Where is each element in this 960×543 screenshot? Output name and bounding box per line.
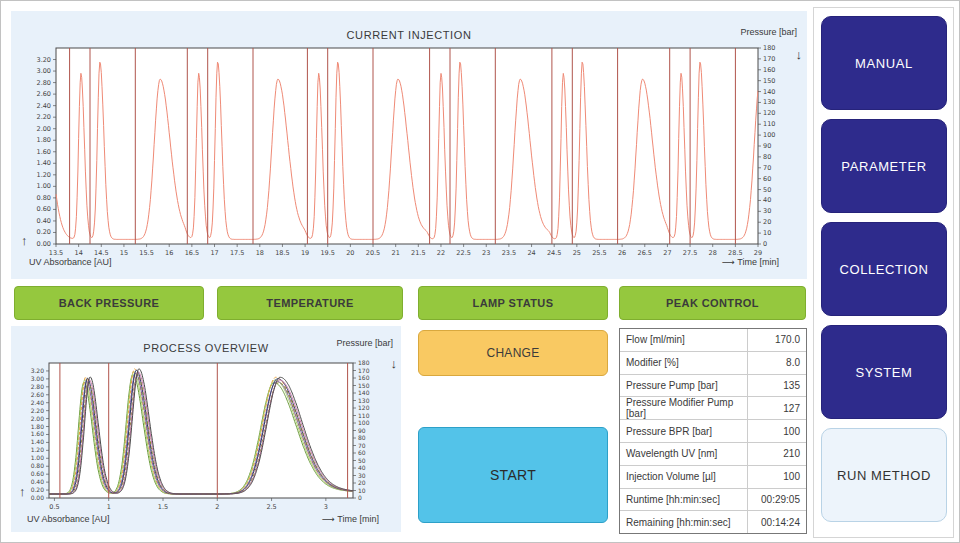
- param-label: Modifier [%]: [620, 352, 747, 374]
- svg-text:80: 80: [358, 434, 366, 441]
- svg-text:26: 26: [618, 249, 626, 257]
- parameters-table: Flow [ml/min] 170.0 Modifier [%] 8.0 Pre…: [619, 328, 807, 534]
- svg-text:26.5: 26.5: [638, 249, 652, 257]
- svg-text:0.40: 0.40: [37, 217, 51, 225]
- svg-text:120: 120: [358, 404, 370, 411]
- svg-text:19: 19: [301, 249, 309, 257]
- peak-control-button[interactable]: PEAK CONTROL: [619, 286, 806, 320]
- svg-text:3.20: 3.20: [31, 367, 45, 374]
- svg-text:14.5: 14.5: [94, 249, 108, 257]
- svg-text:60: 60: [358, 449, 366, 456]
- svg-text:1.20: 1.20: [31, 446, 45, 453]
- current-injection-chart: 13.51414.51515.51616.51717.51818.51919.5…: [11, 11, 807, 279]
- svg-text:1.40: 1.40: [31, 438, 45, 445]
- table-row: Pressure Modifier Pump [bar] 127: [620, 397, 806, 420]
- param-value: 135: [747, 375, 806, 397]
- svg-text:28: 28: [709, 249, 717, 257]
- start-button[interactable]: START: [418, 427, 608, 523]
- svg-text:22: 22: [437, 249, 445, 257]
- svg-text:3.00: 3.00: [37, 67, 51, 75]
- svg-text:1.80: 1.80: [31, 423, 45, 430]
- right-arrow-icon: ⟶: [722, 257, 735, 267]
- time-axis-label: ⟶ Time [min]: [322, 514, 379, 524]
- svg-text:1.80: 1.80: [37, 136, 51, 144]
- param-label: Pressure BPR [bar]: [620, 420, 747, 442]
- param-value: 127: [747, 397, 806, 419]
- svg-text:100: 100: [358, 419, 370, 426]
- svg-text:20: 20: [763, 218, 771, 226]
- table-row: Modifier [%] 8.0: [620, 352, 806, 375]
- sidebar-item-collection[interactable]: COLLECTION: [821, 222, 947, 316]
- pressure-axis-label: Pressure [bar]: [336, 338, 393, 348]
- sidebar-item-manual[interactable]: MANUAL: [821, 16, 947, 110]
- svg-text:1: 1: [107, 503, 111, 511]
- svg-text:100: 100: [763, 131, 775, 139]
- param-label: Pressure Pump [bar]: [620, 375, 747, 397]
- svg-text:0.60: 0.60: [37, 205, 51, 213]
- svg-text:30: 30: [358, 472, 366, 479]
- svg-text:140: 140: [358, 389, 370, 396]
- table-row: Wavelength UV [nm] 210: [620, 443, 806, 466]
- svg-text:25: 25: [573, 249, 581, 257]
- back-pressure-button[interactable]: BACK PRESSURE: [14, 286, 204, 320]
- svg-text:0.00: 0.00: [31, 494, 45, 501]
- param-value: 170.0: [747, 329, 806, 351]
- table-row: Pressure BPR [bar] 100: [620, 420, 806, 443]
- svg-text:80: 80: [763, 153, 771, 161]
- svg-text:2.20: 2.20: [37, 113, 51, 121]
- current-injection-panel: 13.51414.51515.51616.51717.51818.51919.5…: [11, 11, 807, 279]
- svg-text:30: 30: [763, 207, 771, 215]
- param-value: 00:14:24: [747, 511, 806, 533]
- svg-text:23.5: 23.5: [502, 249, 516, 257]
- svg-text:110: 110: [763, 120, 775, 128]
- svg-text:15: 15: [120, 249, 128, 257]
- svg-text:2.60: 2.60: [37, 90, 51, 98]
- uv-up-arrow-icon: ↑: [19, 484, 26, 499]
- param-value: 00:29:05: [747, 489, 806, 511]
- table-row: Injection Volume [µl] 100: [620, 466, 806, 489]
- uv-axis-label: UV Absorbance [AU]: [29, 257, 112, 267]
- svg-text:180: 180: [763, 44, 775, 52]
- svg-text:24: 24: [527, 249, 535, 257]
- svg-text:2.20: 2.20: [31, 407, 45, 414]
- svg-text:20.5: 20.5: [366, 249, 380, 257]
- svg-text:3: 3: [324, 503, 328, 511]
- svg-text:2.40: 2.40: [31, 399, 45, 406]
- svg-text:29: 29: [754, 249, 762, 257]
- svg-text:0.80: 0.80: [31, 462, 45, 469]
- svg-text:180: 180: [358, 359, 370, 366]
- svg-text:40: 40: [763, 196, 771, 204]
- param-label: Remaining [hh:min:sec]: [620, 511, 747, 533]
- param-label: Injection Volume [µl]: [620, 466, 747, 488]
- temperature-button[interactable]: TEMPERATURE: [217, 286, 403, 320]
- process-overview-chart: 0.511.522.530.000.200.400.600.801.001.20…: [11, 326, 401, 532]
- param-value: 210: [747, 443, 806, 465]
- svg-text:1.20: 1.20: [37, 171, 51, 179]
- svg-text:28.5: 28.5: [728, 249, 742, 257]
- svg-text:10: 10: [358, 487, 366, 494]
- svg-text:15.5: 15.5: [139, 249, 153, 257]
- svg-text:20: 20: [346, 249, 354, 257]
- sidebar-item-system[interactable]: SYSTEM: [821, 325, 947, 419]
- svg-text:16.5: 16.5: [185, 249, 199, 257]
- svg-text:50: 50: [763, 186, 771, 194]
- svg-text:90: 90: [358, 427, 366, 434]
- sidebar-item-parameter[interactable]: PARAMETER: [821, 119, 947, 213]
- svg-text:1.00: 1.00: [37, 182, 51, 190]
- svg-text:0: 0: [763, 240, 767, 248]
- svg-text:60: 60: [763, 175, 771, 183]
- svg-text:40: 40: [358, 464, 366, 471]
- run-method-button[interactable]: RUN METHOD: [821, 428, 947, 522]
- pressure-down-arrow-icon: ↓: [796, 47, 803, 62]
- svg-text:1.60: 1.60: [37, 148, 51, 156]
- uv-axis-label: UV Absorbance [AU]: [27, 514, 110, 524]
- right-arrow-icon: ⟶: [322, 514, 335, 524]
- change-button[interactable]: CHANGE: [418, 330, 608, 376]
- svg-text:3.00: 3.00: [31, 375, 45, 382]
- table-row: Remaining [hh:min:sec] 00:14:24: [620, 511, 806, 533]
- svg-text:24.5: 24.5: [547, 249, 561, 257]
- svg-text:23: 23: [482, 249, 490, 257]
- lamp-status-button[interactable]: LAMP STATUS: [418, 286, 608, 320]
- svg-text:27.5: 27.5: [683, 249, 697, 257]
- svg-text:120: 120: [763, 109, 775, 117]
